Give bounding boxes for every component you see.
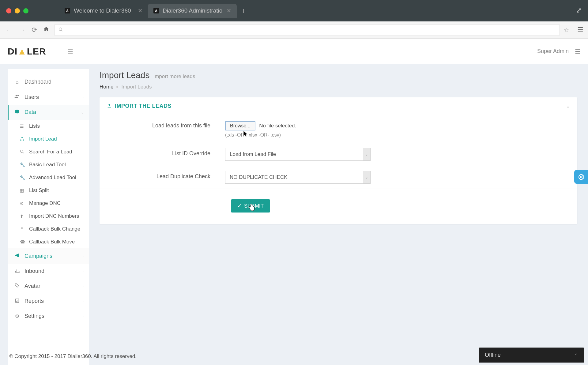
sidebar-subitem-search-lead[interactable]: Search For a Lead: [14, 145, 89, 158]
header-menu-button[interactable]: ☰: [575, 48, 580, 55]
sidebar-item-avatar[interactable]: Avatar ‹: [8, 279, 89, 294]
svg-line-20: [579, 175, 580, 176]
sidebar-subitem-import-lead[interactable]: Import Lead: [14, 133, 89, 145]
wrench-icon: 🔧: [20, 162, 25, 167]
duplicate-select[interactable]: NO DUPLICATE CHECK ⌄: [225, 171, 371, 184]
sidebar-item-campaigns[interactable]: Campaigns ‹: [8, 248, 89, 264]
forward-button[interactable]: →: [17, 25, 27, 35]
minimize-window-button[interactable]: [15, 8, 20, 13]
chat-widget[interactable]: Offline ⌃: [479, 348, 584, 363]
submit-button[interactable]: ✓ SUBMIT: [231, 199, 270, 213]
browser-tab-administration[interactable]: A Dialer360 Administratio ✕: [148, 4, 237, 18]
svg-line-22: [579, 178, 580, 179]
sidebar-subitem-basic-tool[interactable]: 🔧 Basic Lead Tool: [14, 158, 89, 171]
list-id-select[interactable]: Load from Lead File ⌄: [225, 148, 371, 161]
footer-copyright: © Copyright 2015 - 2017 Dialler360. All …: [9, 353, 137, 359]
ban-icon: ⊘: [20, 201, 25, 206]
select-value: Load from Lead File: [225, 148, 363, 160]
chevron-left-icon: ‹: [83, 95, 84, 100]
sidebar-item-label: Inbound: [24, 268, 44, 274]
upload-icon: ⬆: [20, 214, 25, 219]
svg-line-1: [62, 30, 62, 31]
sidebar-item-data[interactable]: Data ⌄: [8, 105, 89, 120]
back-button[interactable]: ←: [5, 25, 14, 35]
page-subtitle: Import more leads: [153, 73, 195, 80]
tab-close-icon[interactable]: ✕: [227, 7, 231, 14]
page-title-row: Import Leads Import more leads: [100, 70, 577, 80]
sidebar: ⌂ Dashboard Users ‹ Data ⌄ ☰ Lists: [8, 69, 89, 365]
browse-button[interactable]: Browse...: [225, 121, 255, 130]
form-row-list-id: List ID Override Load from Lead File ⌄: [100, 143, 577, 166]
sidebar-item-label: Reports: [24, 298, 44, 304]
window-controls: [6, 8, 28, 13]
breadcrumb: Home Import Leads: [100, 84, 577, 90]
help-float-button[interactable]: [574, 170, 588, 184]
tab-title: Welcome to Dialer360: [74, 7, 134, 14]
calendar-icon: ▦: [20, 188, 25, 193]
sidebar-subitem-label: Callback Bulk Move: [29, 239, 75, 245]
sidebar-item-settings[interactable]: ⚙ Settings ‹: [8, 309, 89, 324]
sidebar-toggle-button[interactable]: ☰: [68, 48, 73, 55]
bookmark-icon[interactable]: ☆: [564, 26, 569, 34]
import-leads-panel: IMPORT THE LEADS ⌄ Load leads from this …: [100, 97, 577, 224]
sidebar-subitem-advanced-tool[interactable]: 🔧 Advanced Lead Tool: [14, 171, 89, 184]
chat-status: Offline: [485, 352, 501, 358]
upload-icon: [107, 103, 112, 109]
browser-menu-button[interactable]: ☰: [577, 26, 583, 34]
panel-header: IMPORT THE LEADS ⌄: [100, 97, 577, 115]
wrench-icon: 🔧: [20, 175, 25, 180]
chart-icon: [14, 268, 20, 274]
chevron-left-icon: ‹: [83, 299, 84, 303]
panel-title: IMPORT THE LEADS: [115, 103, 172, 109]
user-label[interactable]: Super Admin: [537, 48, 569, 55]
sidebar-subitem-list-split[interactable]: ▦ List Split: [14, 184, 89, 197]
check-icon: ✓: [237, 203, 242, 209]
fullscreen-icon[interactable]: ⤢: [576, 6, 582, 15]
sidebar-item-reports[interactable]: Reports ‹: [8, 294, 89, 309]
breadcrumb-separator-icon: [116, 86, 118, 88]
browser-tab-welcome[interactable]: A Welcome to Dialer360 ✕: [59, 4, 148, 18]
maximize-window-button[interactable]: [23, 8, 28, 13]
sidebar-item-users[interactable]: Users ‹: [8, 89, 89, 105]
chevron-left-icon: ‹: [83, 254, 84, 258]
tab-favicon-icon: A: [65, 8, 70, 13]
breadcrumb-home[interactable]: Home: [100, 84, 113, 90]
tab-close-icon[interactable]: ✕: [138, 7, 142, 14]
report-icon: [14, 298, 20, 304]
sidebar-subitem-lists[interactable]: ☰ Lists: [14, 120, 89, 133]
svg-point-0: [59, 28, 62, 30]
svg-rect-4: [20, 139, 21, 140]
chevron-up-icon: ⌃: [575, 353, 578, 358]
database-icon: [14, 109, 20, 115]
breadcrumb-current: Import Leads: [121, 84, 152, 90]
tab-favicon-icon: A: [153, 8, 159, 13]
close-window-button[interactable]: [6, 8, 11, 13]
users-icon: [14, 94, 20, 100]
sidebar-item-label: Dashboard: [24, 79, 51, 85]
sidebar-item-dashboard[interactable]: ⌂ Dashboard: [8, 74, 89, 89]
sidebar-subitem-label: Import Lead: [29, 136, 57, 142]
sidebar-subitem-callback-change[interactable]: Callback Bulk Change: [14, 223, 89, 235]
chevron-down-icon[interactable]: ⌄: [566, 103, 570, 109]
file-status-text: No file selected.: [259, 123, 296, 129]
chevron-left-icon: ‹: [83, 284, 84, 288]
svg-rect-3: [21, 137, 23, 138]
header-right: Super Admin ☰: [537, 48, 580, 55]
tab-title: Dialer360 Administratio: [163, 7, 223, 14]
reload-button[interactable]: ⟳: [30, 25, 38, 35]
svg-point-13: [16, 284, 16, 284]
sidebar-subitem-callback-move[interactable]: ☎ Callback Bulk Move: [14, 235, 89, 248]
sidebar-subitem-label: Import DNC Numbers: [29, 213, 79, 219]
sidebar-item-inbound[interactable]: Inbound ‹: [8, 264, 89, 279]
url-bar[interactable]: [54, 24, 560, 36]
sidebar-data-submenu: ☰ Lists Import Lead Search For a Lead 🔧 …: [8, 120, 89, 248]
form-row-file: Load leads from this file Browse... No f…: [100, 115, 577, 143]
form-row-submit: ✓ SUBMIT: [100, 189, 577, 224]
svg-line-23: [582, 178, 583, 179]
logo[interactable]: DI▲LER: [8, 46, 46, 57]
new-tab-button[interactable]: +: [241, 6, 246, 16]
main-content: Import Leads Import more leads Home Impo…: [89, 64, 588, 365]
sidebar-subitem-import-dnc[interactable]: ⬆ Import DNC Numbers: [14, 210, 89, 223]
sidebar-subitem-manage-dnc[interactable]: ⊘ Manage DNC: [14, 197, 89, 210]
home-button[interactable]: [42, 25, 51, 35]
